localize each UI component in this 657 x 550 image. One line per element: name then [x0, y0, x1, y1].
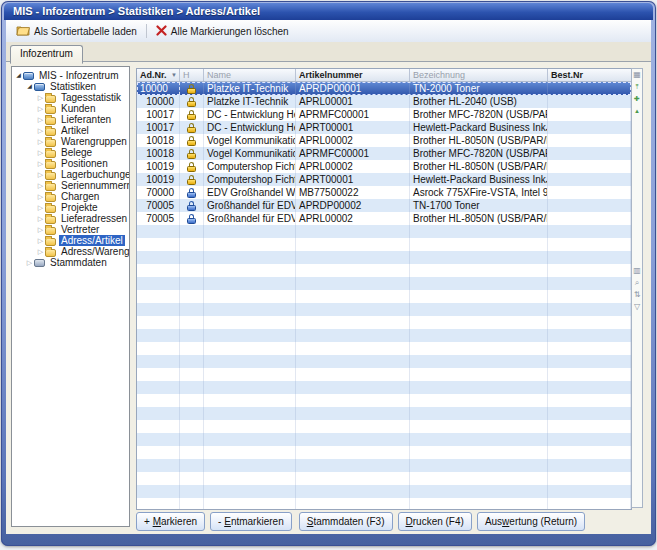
sort-icon[interactable]: ⇅ — [632, 289, 642, 301]
data-grid[interactable]: Ad.Nr.▼HNameArtikelnummerBezeichnungBest… — [136, 68, 632, 510]
empty-table-row[interactable] — [137, 420, 631, 433]
empty-table-row[interactable] — [137, 459, 631, 472]
tree-item-adress-warengruppen[interactable]: ▷Adress/Warengruppen — [12, 246, 129, 257]
empty-table-row[interactable] — [137, 290, 631, 303]
tree-item-mis-infozentrum[interactable]: ◢MIS - Infozentrum — [12, 70, 129, 81]
empty-table-row[interactable] — [137, 342, 631, 355]
empty-cell — [296, 342, 410, 355]
tree-item-label: MIS - Infozentrum — [37, 70, 120, 81]
collapsed-arrow-icon[interactable]: ▷ — [36, 224, 45, 235]
table-row[interactable]: 10018Vogel KommunikationAPRL00002Brother… — [137, 134, 631, 147]
search-icon[interactable]: ⌕ — [632, 277, 642, 289]
collapsed-arrow-icon[interactable]: ▷ — [25, 257, 34, 268]
column-header-best-nr[interactable]: Best.Nr — [548, 69, 631, 81]
empty-table-row[interactable] — [137, 277, 631, 290]
collapsed-arrow-icon[interactable]: ▷ — [36, 136, 45, 147]
tree-item-kunden[interactable]: ▷Kunden — [12, 103, 129, 114]
columns-icon[interactable]: ▥ — [632, 265, 642, 277]
column-header-name[interactable]: Name — [204, 69, 296, 81]
empty-table-row[interactable] — [137, 355, 631, 368]
empty-table-row[interactable] — [137, 251, 631, 264]
table-row[interactable]: 70005Großhandel für EDV HAPRL00002Brothe… — [137, 212, 631, 225]
tree-item-lieferadressen[interactable]: ▷Lieferadressen — [12, 213, 129, 224]
expanded-arrow-icon[interactable]: ◢ — [14, 70, 23, 81]
action-button-drucken-f4[interactable]: Drucken (F4) — [398, 512, 472, 531]
empty-table-row[interactable] — [137, 407, 631, 420]
empty-table-row[interactable] — [137, 472, 631, 485]
collapsed-arrow-icon[interactable]: ▷ — [36, 114, 45, 125]
table-row[interactable]: 10017DC - Entwicklung HeiAPRT00001Hewlet… — [137, 121, 631, 134]
action-button-stammdaten-f3[interactable]: Stammdaten (F3) — [299, 512, 393, 531]
empty-table-row[interactable] — [137, 381, 631, 394]
empty-table-row[interactable] — [137, 264, 631, 277]
column-header-ad-nr[interactable]: Ad.Nr.▼ — [137, 69, 180, 81]
tab-infozentrum[interactable]: Infozentrum — [10, 45, 83, 64]
empty-table-row[interactable] — [137, 329, 631, 342]
collapsed-arrow-icon[interactable]: ▷ — [36, 235, 45, 246]
collapsed-arrow-icon[interactable]: ▷ — [36, 125, 45, 136]
tree-item-artikel[interactable]: ▷Artikel — [12, 125, 129, 136]
tree-item-stammdaten[interactable]: ▷Stammdaten — [12, 257, 129, 268]
empty-table-row[interactable] — [137, 433, 631, 446]
tree-item-vertreter[interactable]: ▷Vertreter — [12, 224, 129, 235]
tree-item-adress-artikel[interactable]: ▷Adress/Artikel — [12, 235, 129, 246]
goto-selection-icon[interactable]: ✚ — [632, 93, 642, 105]
scroll-up-icon[interactable]: ▴ — [632, 105, 642, 117]
collapsed-arrow-icon[interactable]: ▷ — [36, 169, 45, 180]
empty-cell — [296, 472, 410, 485]
empty-cell — [410, 407, 548, 420]
cell-bezeichnung: Brother MFC-7820N (USB/PAR/LAN — [410, 108, 548, 121]
scroll-top-icon[interactable]: ⤒ — [632, 81, 642, 93]
tree-item-projekte[interactable]: ▷Projekte — [12, 202, 129, 213]
empty-table-row[interactable] — [137, 394, 631, 407]
empty-table-row[interactable] — [137, 446, 631, 459]
table-row[interactable]: 10018Vogel KommunikationAPRMFC00001Broth… — [137, 147, 631, 160]
tree-item-chargen[interactable]: ▷Chargen — [12, 191, 129, 202]
empty-cell — [296, 459, 410, 472]
column-header-bezeichnung[interactable]: Bezeichnung — [410, 69, 548, 81]
collapsed-arrow-icon[interactable]: ▷ — [36, 191, 45, 202]
empty-table-row[interactable] — [137, 316, 631, 329]
collapsed-arrow-icon[interactable]: ▷ — [36, 213, 45, 224]
collapsed-arrow-icon[interactable]: ▷ — [36, 158, 45, 169]
tree-item-seriennummern[interactable]: ▷Seriennummern — [12, 180, 129, 191]
empty-table-row[interactable] — [137, 368, 631, 381]
action-button-entmarkieren[interactable]: - Entmarkieren — [210, 512, 292, 531]
table-row[interactable]: 10017DC - Entwicklung HeiAPRMFC00001Brot… — [137, 108, 631, 121]
collapsed-arrow-icon[interactable]: ▷ — [36, 246, 45, 257]
empty-table-row[interactable] — [137, 238, 631, 251]
column-chooser-icon[interactable]: ▦ — [632, 69, 642, 81]
collapsed-arrow-icon[interactable]: ▷ — [36, 92, 45, 103]
action-button-markieren[interactable]: + Markieren — [136, 512, 205, 531]
collapsed-arrow-icon[interactable]: ▷ — [36, 180, 45, 191]
tree-item-lieferanten[interactable]: ▷Lieferanten — [12, 114, 129, 125]
empty-table-row[interactable] — [137, 225, 631, 238]
table-row[interactable]: 10000Platzke IT-TechnikAPRDP00001TN-2000… — [137, 82, 631, 95]
collapsed-arrow-icon[interactable]: ▷ — [36, 103, 45, 114]
empty-table-row[interactable] — [137, 303, 631, 316]
clear-marks-button[interactable]: Alle Markierungen löschen — [151, 23, 294, 40]
tree-item-lagerbuchungen[interactable]: ▷Lagerbuchungen — [12, 169, 129, 180]
expanded-arrow-icon[interactable]: ◢ — [25, 81, 34, 92]
tree-item-belege[interactable]: ▷Belege — [12, 147, 129, 158]
table-row[interactable]: 10000Platzke IT-TechnikAPRL00001Brother … — [137, 95, 631, 108]
empty-table-row[interactable] — [137, 498, 631, 510]
load-sort-table-button[interactable]: Als Sortiertabelle laden — [11, 22, 142, 40]
empty-table-row[interactable] — [137, 485, 631, 498]
table-row[interactable]: 70005Großhandel für EDV HAPRDP00002TN-17… — [137, 199, 631, 212]
tree-item-statistiken[interactable]: ◢Statistiken — [12, 81, 129, 92]
empty-cell — [410, 446, 548, 459]
table-row[interactable]: 10019Computershop FichtneAPRT00001Hewlet… — [137, 173, 631, 186]
column-header-h[interactable]: H — [180, 69, 204, 81]
column-header-artikelnummer[interactable]: Artikelnummer — [296, 69, 410, 81]
empty-cell — [137, 381, 180, 394]
tree-item-tagesstatistik[interactable]: ▷Tagesstatistik — [12, 92, 129, 103]
tree-item-warengruppen[interactable]: ▷Warengruppen — [12, 136, 129, 147]
action-button-auswertung-return[interactable]: Auswertung (Return) — [477, 512, 585, 531]
collapsed-arrow-icon[interactable]: ▷ — [36, 147, 45, 158]
table-row[interactable]: 70000EDV Großhandel WinklMB77500022Asroc… — [137, 186, 631, 199]
collapsed-arrow-icon[interactable]: ▷ — [36, 202, 45, 213]
table-row[interactable]: 10019Computershop FichtneAPRL00002Brothe… — [137, 160, 631, 173]
tree-item-positionen[interactable]: ▷Positionen — [12, 158, 129, 169]
filter-icon[interactable]: ▽ — [632, 301, 642, 313]
